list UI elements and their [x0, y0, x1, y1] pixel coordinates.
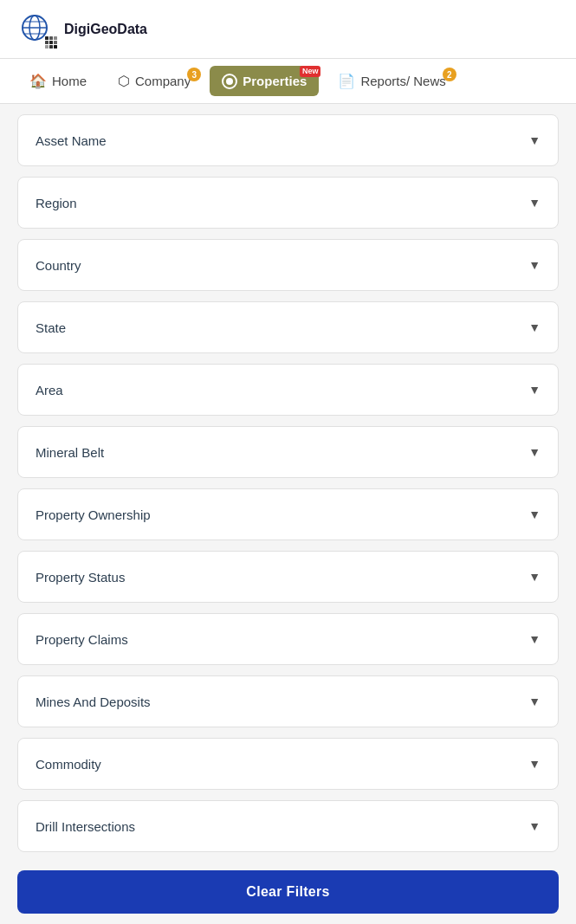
svg-rect-13 [54, 45, 57, 48]
svg-rect-11 [45, 45, 49, 48]
chevron-down-icon: ▼ [528, 632, 540, 646]
chevron-down-icon: ▼ [528, 695, 540, 708]
filter-label-area: Area [36, 383, 63, 397]
chevron-down-icon: ▼ [528, 757, 540, 771]
nav-label-reports: Reports/ News [360, 74, 445, 88]
logo[interactable]: DigiGeoData [17, 9, 147, 50]
filter-label-property-ownership: Property Ownership [36, 507, 151, 522]
svg-rect-8 [45, 41, 49, 44]
filter-label-mineral-belt: Mineral Belt [36, 445, 104, 460]
filter-state[interactable]: State ▼ [17, 301, 559, 353]
svg-rect-6 [49, 36, 53, 40]
logo-icon [17, 9, 59, 50]
svg-rect-5 [45, 36, 49, 40]
nav-item-company[interactable]: ⬡ Company 3 [106, 66, 203, 96]
clear-filters-button[interactable]: Clear Filters [17, 870, 559, 914]
nav-item-reports[interactable]: 📄 Reports/ News 2 [326, 66, 457, 96]
chevron-down-icon: ▼ [528, 258, 540, 272]
home-icon: 🏠 [29, 73, 47, 89]
svg-rect-12 [49, 45, 53, 48]
filter-label-asset-name: Asset Name [36, 133, 107, 148]
filter-commodity[interactable]: Commodity ▼ [17, 738, 559, 790]
filter-mineral-belt[interactable]: Mineral Belt ▼ [17, 426, 559, 478]
filter-property-ownership[interactable]: Property Ownership ▼ [17, 488, 559, 540]
main-nav: 🏠 Home ⬡ Company 3 Properties New 📄 Repo… [0, 59, 576, 104]
chevron-down-icon: ▼ [528, 196, 540, 210]
filter-panel: Asset Name ▼ Region ▼ Country ▼ State ▼ … [0, 104, 576, 924]
clear-filters-bar: Clear Filters [0, 860, 576, 924]
chevron-down-icon: ▼ [528, 133, 540, 147]
filter-property-claims[interactable]: Property Claims ▼ [17, 613, 559, 665]
reports-badge: 2 [443, 68, 456, 81]
chevron-down-icon: ▼ [528, 445, 540, 459]
filter-label-country: Country [36, 258, 81, 273]
chevron-down-icon: ▼ [528, 570, 540, 584]
filter-label-region: Region [36, 196, 77, 210]
filter-label-commodity: Commodity [36, 757, 101, 772]
company-badge: 3 [187, 68, 201, 81]
properties-icon [222, 73, 237, 89]
filter-asset-name[interactable]: Asset Name ▼ [17, 114, 559, 166]
filter-property-status[interactable]: Property Status ▼ [17, 551, 559, 603]
filter-label-drill-intersections: Drill Intersections [36, 819, 135, 834]
nav-item-properties[interactable]: Properties New [210, 66, 319, 96]
company-icon: ⬡ [118, 73, 130, 89]
filter-label-state: State [36, 320, 66, 335]
filter-label-mines-and-deposits: Mines And Deposits [36, 695, 151, 709]
chevron-down-icon: ▼ [528, 383, 540, 397]
filter-drill-intersections[interactable]: Drill Intersections ▼ [17, 800, 559, 852]
chevron-down-icon: ▼ [528, 507, 540, 521]
properties-new-badge: New [300, 66, 321, 77]
filter-mines-and-deposits[interactable]: Mines And Deposits ▼ [17, 675, 559, 727]
svg-rect-7 [54, 36, 57, 40]
nav-label-properties: Properties [243, 74, 307, 88]
filter-region[interactable]: Region ▼ [17, 177, 559, 229]
filter-area[interactable]: Area ▼ [17, 364, 559, 416]
logo-text: DigiGeoData [64, 22, 147, 37]
reports-icon: 📄 [338, 73, 355, 89]
app-header: DigiGeoData [0, 0, 576, 59]
nav-label-home: Home [52, 74, 87, 88]
svg-rect-10 [54, 41, 57, 44]
svg-rect-9 [49, 41, 53, 44]
filter-country[interactable]: Country ▼ [17, 239, 559, 291]
chevron-down-icon: ▼ [528, 320, 540, 334]
filter-label-property-status: Property Status [36, 570, 125, 585]
chevron-down-icon: ▼ [528, 819, 540, 833]
nav-label-company: Company [135, 74, 191, 88]
nav-item-home[interactable]: 🏠 Home [17, 66, 99, 96]
filter-label-property-claims: Property Claims [36, 632, 128, 647]
